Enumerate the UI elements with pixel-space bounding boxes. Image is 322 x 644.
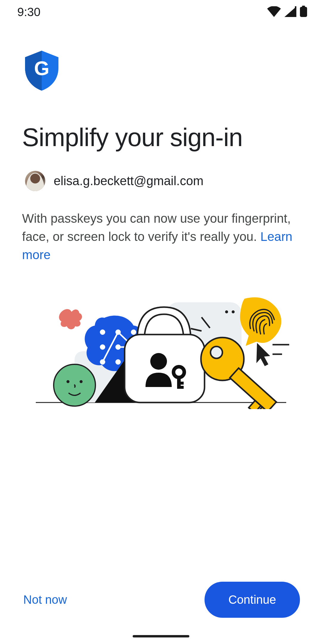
svg-point-23 [150,353,167,370]
svg-point-10 [100,330,105,334]
svg-rect-27 [177,386,184,389]
x-icon [59,309,82,329]
avatar [25,171,45,191]
not-now-button[interactable]: Not now [22,587,68,612]
svg-point-29 [210,346,222,358]
passkey-illustration [22,281,300,409]
description-body: With passkeys you can now use your finge… [22,211,291,244]
cell-signal-icon [284,6,296,18]
svg-point-12 [131,330,136,334]
svg-rect-26 [177,382,184,385]
face-icon [54,364,95,406]
lock-icon [125,335,205,402]
battery-icon [300,6,307,18]
description-text: With passkeys you can now use your finge… [22,210,300,264]
status-time: 9:30 [17,5,41,19]
svg-text:G: G [34,57,49,79]
status-icons [267,6,307,18]
svg-point-6 [225,310,228,313]
key-icon [201,338,276,409]
account-email: elisa.g.beckett@gmail.com [54,174,204,188]
svg-point-20 [66,380,69,383]
svg-point-13 [100,345,105,349]
svg-point-7 [232,310,235,313]
svg-rect-22 [125,335,205,402]
page-title: Simplify your sign-in [22,124,300,151]
fingerprint-icon [240,297,281,346]
app-shield-icon: G [22,51,300,92]
main-content: G Simplify your sign-in elisa.g.beckett@… [0,24,322,409]
svg-point-21 [80,380,83,383]
status-bar: 9:30 [0,0,322,24]
svg-point-17 [116,360,120,364]
wifi-icon [267,6,281,18]
continue-button[interactable]: Continue [205,582,300,618]
nav-handle[interactable] [133,635,189,637]
account-chip[interactable]: elisa.g.beckett@gmail.com [22,171,300,191]
cursor-icon [256,343,270,366]
svg-rect-2 [300,7,307,17]
bottom-action-bar: Not now Continue [0,582,322,618]
